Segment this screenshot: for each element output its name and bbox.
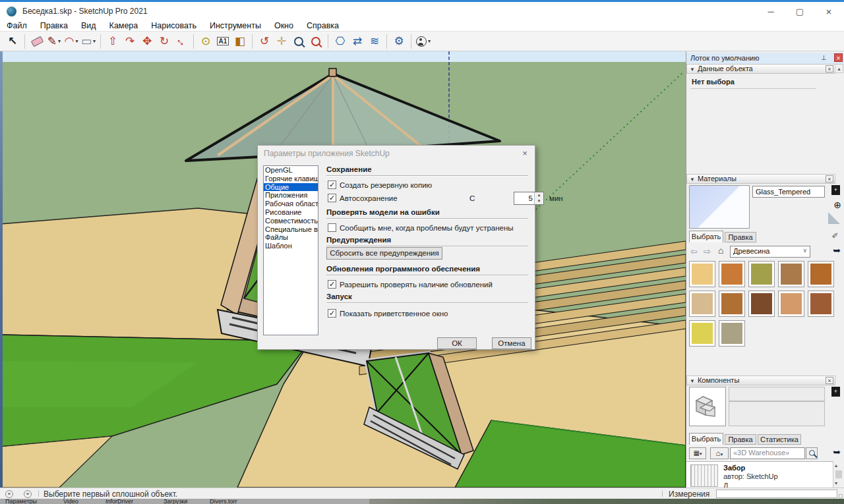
menu-edit[interactable]: Правка (34, 21, 75, 30)
pan-tool-icon[interactable]: ✛ (274, 33, 289, 50)
text-tool-icon[interactable]: A1 (215, 33, 231, 50)
materials-tab-edit[interactable]: Правка (725, 232, 756, 242)
menu-draw[interactable]: Нарисовать (144, 21, 203, 30)
cancel-button[interactable]: Отмена (492, 337, 531, 349)
pin-icon[interactable]: ⊤ (821, 54, 827, 61)
secondary-pane-icon[interactable]: + (831, 185, 840, 195)
collapse-icon[interactable]: ▼ (690, 177, 695, 182)
zoom-extents-tool-icon[interactable] (308, 33, 324, 50)
tray-close-icon[interactable]: × (834, 53, 843, 62)
zoom-tool-icon[interactable] (291, 33, 307, 50)
material-swatch[interactable] (689, 291, 715, 317)
collapse-icon[interactable]: ▼ (690, 378, 695, 384)
material-swatch[interactable] (748, 261, 775, 287)
close-button[interactable]: × (818, 4, 840, 20)
dialog-close-icon[interactable]: × (518, 148, 532, 159)
scale-tool-icon[interactable]: ↔ (169, 30, 193, 53)
checkbox-notify-fixed[interactable]: Сообщить мне, когда проблемы будут устра… (328, 223, 514, 232)
measurements-input[interactable] (716, 490, 837, 498)
checkbox-checked-icon[interactable]: ✓ (328, 309, 336, 318)
line-tool-icon[interactable]: ✎▾ (46, 33, 62, 50)
entity-info-header[interactable]: ▼Данные объекта × (686, 64, 835, 74)
material-swatch[interactable] (689, 261, 715, 287)
tray-scroll-up-icon[interactable]: ▴ (835, 64, 843, 73)
create-material-icon[interactable]: ⊕ (833, 200, 841, 210)
in-model-icon[interactable]: ➥ (833, 245, 841, 256)
secondary-pane-icon[interactable]: + (831, 387, 840, 397)
paint-bucket-tool-icon[interactable]: ◧ (232, 33, 248, 50)
list-item-shortcuts[interactable]: Горячие клавиши (264, 175, 318, 183)
section-close-icon[interactable]: × (826, 175, 833, 182)
components-tab-edit[interactable]: Правка (725, 434, 756, 445)
eyedropper-icon[interactable]: ✎ (831, 232, 840, 238)
spinner-up-icon[interactable]: ▲ (534, 192, 543, 198)
menu-help[interactable]: Справка (300, 21, 346, 30)
arc-tool-icon[interactable]: ◠▾ (63, 33, 79, 50)
list-item-files[interactable]: Файлы (264, 233, 318, 242)
components-header[interactable]: ▼Компоненты × (686, 376, 835, 385)
geolocation-icon[interactable] (5, 490, 13, 498)
checkbox-autosave[interactable]: ✓ Автосохранение С 5 ▲ ▼ мин (328, 194, 529, 202)
spinner-down-icon[interactable]: ▼ (534, 198, 543, 204)
forward-arrow-icon[interactable]: ⇨ (704, 246, 711, 256)
back-arrow-icon[interactable]: ⇦ (690, 246, 698, 256)
material-swatch[interactable] (778, 291, 804, 317)
component-item-name[interactable]: Забор (723, 464, 745, 472)
collapse-icon[interactable]: ▼ (690, 67, 695, 72)
material-swatch[interactable] (808, 261, 834, 287)
orbit-tool-icon[interactable]: ↺ (256, 33, 272, 50)
checkbox-create-backup[interactable]: ✓ Создать резервную копию (328, 181, 432, 189)
select-tool-icon[interactable]: ↖ (5, 33, 20, 50)
menu-tools[interactable]: Инструменты (203, 21, 268, 30)
menu-camera[interactable]: Камера (103, 21, 145, 30)
scroll-down-icon[interactable]: ▾ (835, 480, 837, 486)
account-button[interactable]: ▾ (415, 33, 431, 50)
menu-window[interactable]: Окно (268, 21, 300, 30)
material-swatch[interactable] (778, 261, 804, 287)
material-name-input[interactable] (752, 186, 825, 198)
material-swatch[interactable] (808, 291, 834, 317)
checkbox-checked-icon[interactable]: ✓ (328, 280, 336, 289)
minimize-button[interactable]: ─ (760, 4, 782, 20)
section-close-icon[interactable]: × (826, 65, 833, 72)
list-item-compatibility[interactable]: Совместимость (264, 217, 318, 225)
extension-manager-icon[interactable]: ⚙ (391, 33, 407, 50)
credits-info-icon[interactable] (24, 490, 32, 498)
scroll-up-icon[interactable]: ▴ (835, 462, 837, 468)
checkbox-check-updates[interactable]: ✓ Разрешить проверять наличие обновлений (328, 280, 493, 289)
materials-tab-select[interactable]: Выбрать (689, 231, 723, 242)
resize-grip[interactable] (839, 494, 843, 498)
tape-measure-tool-icon[interactable]: ⊙ (198, 33, 214, 50)
move-tool-icon[interactable]: ✥ (139, 33, 155, 50)
material-swatch[interactable] (719, 261, 745, 287)
component-search-input[interactable]: «3D Warehouse» (730, 447, 805, 459)
list-item-drawing[interactable]: Рисование (264, 208, 318, 217)
share-model-icon[interactable]: ⇄ (349, 33, 365, 50)
scrollbar-thumb[interactable] (835, 470, 842, 478)
checkbox-welcome-window[interactable]: ✓ Показать приветственное окно (328, 309, 448, 318)
components-home-icon[interactable]: ⌂▾ (710, 447, 729, 459)
dialog-titlebar[interactable]: Параметры приложения SketchUp × (258, 146, 535, 161)
list-item-general[interactable]: Общие (264, 183, 318, 192)
component-thumbnail[interactable] (690, 464, 718, 487)
rectangle-tool-icon[interactable]: ▭▾ (80, 33, 96, 50)
push-pull-tool-icon[interactable]: ⇧ (105, 33, 121, 50)
maximize-button[interactable]: ▢ (789, 4, 811, 20)
component-list-scrollbar[interactable]: ▴ ▾ (833, 461, 844, 488)
menu-file[interactable]: Файл (0, 21, 34, 30)
menu-view[interactable]: Вид (75, 21, 103, 30)
list-item-workspace[interactable]: Рабочая область (264, 200, 318, 208)
checkbox-unchecked-icon[interactable] (328, 223, 336, 232)
section-close-icon[interactable]: × (826, 377, 833, 384)
checkbox-checked-icon[interactable]: ✓ (328, 194, 336, 202)
list-item-opengl[interactable]: OpenGL (264, 166, 318, 175)
follow-me-tool-icon[interactable]: ↷ (122, 33, 138, 50)
extension-warehouse-icon[interactable]: ≋ (367, 33, 382, 50)
material-swatch[interactable] (748, 291, 775, 317)
material-swatch[interactable] (689, 320, 715, 347)
checkbox-checked-icon[interactable]: ✓ (328, 181, 336, 189)
autosave-interval-spinner[interactable]: 5 ▲ ▼ (514, 192, 544, 205)
material-swatch[interactable] (719, 291, 745, 317)
sample-paint-icon[interactable] (828, 212, 840, 224)
ok-button[interactable]: ОК (437, 337, 477, 349)
